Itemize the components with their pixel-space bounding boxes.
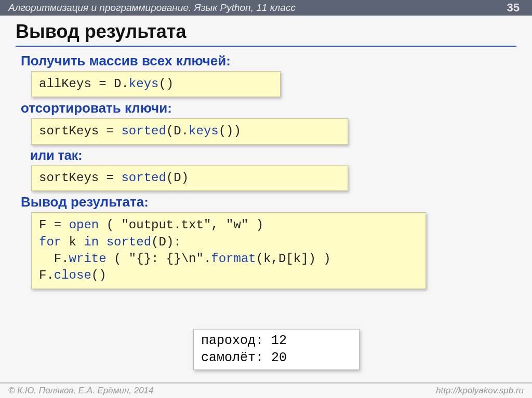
code-token: () [158, 77, 174, 91]
code-token: D [174, 124, 181, 138]
copyright: © К.Ю. Поляков, Е.А. Ерёмин, 2014 [8, 386, 154, 396]
code-token: sorted [121, 124, 166, 138]
code-token: ( [166, 124, 174, 138]
code-token: keys [129, 77, 159, 91]
code-token: D [174, 171, 181, 185]
code-token: ) [181, 171, 189, 185]
code-token: ( [151, 235, 158, 249]
code-token: sorted [121, 171, 166, 185]
code-token: sortKeys [39, 124, 99, 138]
code-token: = [91, 77, 114, 91]
code-token: F. [39, 252, 69, 266]
code-token: in [84, 235, 99, 249]
code-token: "w" [226, 218, 248, 232]
or-label: или так: [30, 148, 511, 163]
output-box: пароход: 12 самолёт: 20 [193, 329, 360, 370]
slide-footer: © К.Ю. Поляков, Е.А. Ерёмин, 2014 http:/… [0, 382, 532, 398]
code-token: allKeys [39, 77, 91, 91]
code-token: D [158, 235, 166, 249]
code-token: format [211, 252, 256, 266]
code-token: = [46, 218, 69, 232]
code-token: ( [99, 218, 121, 232]
code-token: . [181, 124, 189, 138]
code-token: ) ) [309, 252, 331, 266]
code-token: , [211, 218, 226, 232]
code-box-2: sortKeys = sorted(D.keys()) [31, 118, 348, 144]
title-block: Вывод результата [0, 16, 532, 47]
code-token: close [54, 268, 91, 282]
code-token: "{}: {}\n" [129, 252, 204, 266]
output-line: самолёт: 20 [201, 350, 287, 365]
code-token: . [121, 77, 128, 91]
section-label-3: Вывод результата: [21, 194, 511, 210]
section-label-2: отсортировать ключи: [21, 100, 511, 116]
code-token: () [91, 268, 107, 282]
code-box-1: allKeys = D.keys() [31, 71, 281, 97]
code-token: for [39, 235, 61, 249]
code-token: k [61, 235, 84, 249]
code-box-4: F = open ( "output.txt", "w" ) for k in … [31, 212, 426, 289]
code-token: ): [166, 235, 181, 249]
code-token: "output.txt" [121, 218, 211, 232]
code-token [99, 235, 106, 249]
code-token: F. [39, 268, 54, 282]
code-token: ( [107, 252, 129, 266]
code-token: sortKeys [39, 171, 99, 185]
code-token: keys [189, 124, 219, 138]
page-number: 35 [503, 0, 524, 16]
code-token: (k, [256, 252, 278, 266]
code-token: D [114, 77, 121, 91]
code-token: = [99, 171, 121, 185]
code-token: ) [248, 218, 263, 232]
code-token: ()) [219, 124, 241, 138]
code-token: = [99, 124, 121, 138]
code-box-3: sortKeys = sorted(D) [31, 165, 348, 191]
code-token: sorted [107, 235, 151, 249]
slide-header: Алгоритмизация и программирование. Язык … [0, 0, 532, 16]
footer-url: http://kpolyakov.spb.ru [436, 386, 524, 396]
content-area: Получить массив всех ключей: allKeys = D… [0, 47, 532, 289]
output-line: пароход: 12 [201, 333, 287, 348]
code-token: D[k] [278, 252, 309, 266]
code-token: ( [166, 171, 174, 185]
code-token: . [204, 252, 211, 266]
code-token: open [69, 218, 99, 232]
breadcrumb: Алгоритмизация и программирование. Язык … [8, 2, 296, 13]
code-token: write [69, 252, 107, 266]
code-token: F [39, 218, 46, 232]
page-title: Вывод результата [16, 21, 516, 43]
section-label-1: Получить массив всех ключей: [21, 53, 511, 69]
